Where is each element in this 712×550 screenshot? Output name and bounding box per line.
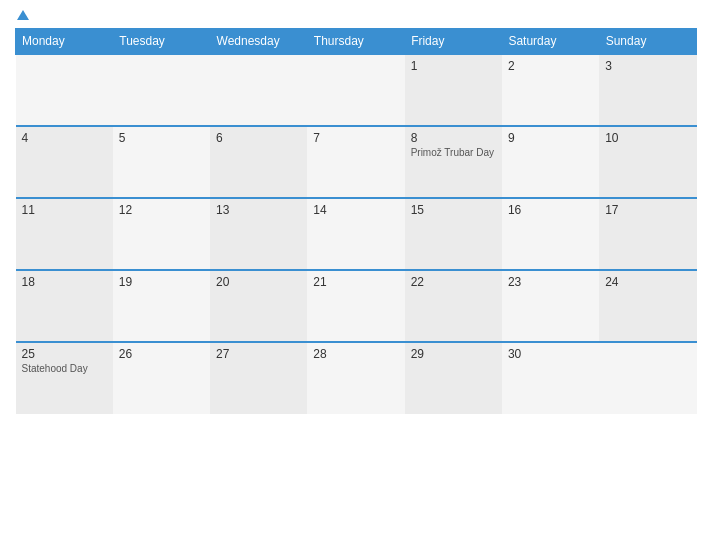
day-number: 26: [119, 347, 204, 361]
day-number: 23: [508, 275, 593, 289]
weekday-header-saturday: Saturday: [502, 29, 599, 55]
day-number: 18: [22, 275, 107, 289]
day-number: 15: [411, 203, 496, 217]
calendar-cell: 11: [16, 198, 113, 270]
calendar-cell: [307, 54, 404, 126]
day-number: 17: [605, 203, 690, 217]
day-number: 10: [605, 131, 690, 145]
day-number: 13: [216, 203, 301, 217]
day-number: 12: [119, 203, 204, 217]
calendar-cell: 21: [307, 270, 404, 342]
calendar-cell: 15: [405, 198, 502, 270]
weekday-header-tuesday: Tuesday: [113, 29, 210, 55]
calendar-cell: 10: [599, 126, 696, 198]
calendar-table: MondayTuesdayWednesdayThursdayFridaySatu…: [15, 28, 697, 414]
calendar-cell: 29: [405, 342, 502, 414]
day-number: 20: [216, 275, 301, 289]
calendar-week-row: 11121314151617: [16, 198, 697, 270]
calendar-week-row: 18192021222324: [16, 270, 697, 342]
calendar-cell: 2: [502, 54, 599, 126]
weekday-header-thursday: Thursday: [307, 29, 404, 55]
calendar-cell: 4: [16, 126, 113, 198]
day-number: 22: [411, 275, 496, 289]
day-number: 7: [313, 131, 398, 145]
calendar-cell: 13: [210, 198, 307, 270]
day-number: 2: [508, 59, 593, 73]
day-number: 19: [119, 275, 204, 289]
calendar-cell: 7: [307, 126, 404, 198]
calendar-cell: 25Statehood Day: [16, 342, 113, 414]
calendar-header-row: MondayTuesdayWednesdayThursdayFridaySatu…: [16, 29, 697, 55]
weekday-header-sunday: Sunday: [599, 29, 696, 55]
day-number: 14: [313, 203, 398, 217]
holiday-name: Statehood Day: [22, 363, 107, 374]
calendar-cell: 1: [405, 54, 502, 126]
calendar-cell: [113, 54, 210, 126]
day-number: 6: [216, 131, 301, 145]
day-number: 1: [411, 59, 496, 73]
calendar-cell: 9: [502, 126, 599, 198]
holiday-name: Primož Trubar Day: [411, 147, 496, 158]
day-number: 11: [22, 203, 107, 217]
calendar-cell: 30: [502, 342, 599, 414]
weekday-header-wednesday: Wednesday: [210, 29, 307, 55]
day-number: 25: [22, 347, 107, 361]
calendar-header: [15, 10, 697, 20]
calendar-cell: 26: [113, 342, 210, 414]
calendar-week-row: 25Statehood Day2627282930: [16, 342, 697, 414]
calendar-cell: 27: [210, 342, 307, 414]
weekday-header-friday: Friday: [405, 29, 502, 55]
calendar-cell: 18: [16, 270, 113, 342]
day-number: 16: [508, 203, 593, 217]
day-number: 24: [605, 275, 690, 289]
day-number: 30: [508, 347, 593, 361]
calendar-cell: 16: [502, 198, 599, 270]
calendar-week-row: 45678Primož Trubar Day910: [16, 126, 697, 198]
calendar-cell: 23: [502, 270, 599, 342]
calendar-cell: 6: [210, 126, 307, 198]
calendar-cell: [210, 54, 307, 126]
calendar-cell: 14: [307, 198, 404, 270]
weekday-header-monday: Monday: [16, 29, 113, 55]
calendar-week-row: 123: [16, 54, 697, 126]
day-number: 29: [411, 347, 496, 361]
calendar-cell: [599, 342, 696, 414]
day-number: 28: [313, 347, 398, 361]
calendar-cell: 8Primož Trubar Day: [405, 126, 502, 198]
day-number: 4: [22, 131, 107, 145]
calendar-cell: 24: [599, 270, 696, 342]
day-number: 27: [216, 347, 301, 361]
day-number: 9: [508, 131, 593, 145]
calendar-cell: 12: [113, 198, 210, 270]
logo-triangle-icon: [17, 10, 29, 20]
calendar-cell: 22: [405, 270, 502, 342]
calendar-cell: 28: [307, 342, 404, 414]
day-number: 21: [313, 275, 398, 289]
day-number: 8: [411, 131, 496, 145]
calendar-cell: 17: [599, 198, 696, 270]
calendar-cell: [16, 54, 113, 126]
calendar-cell: 3: [599, 54, 696, 126]
calendar-wrapper: MondayTuesdayWednesdayThursdayFridaySatu…: [0, 0, 712, 550]
calendar-cell: 19: [113, 270, 210, 342]
calendar-cell: 20: [210, 270, 307, 342]
day-number: 5: [119, 131, 204, 145]
logo: [15, 10, 29, 20]
day-number: 3: [605, 59, 690, 73]
calendar-cell: 5: [113, 126, 210, 198]
